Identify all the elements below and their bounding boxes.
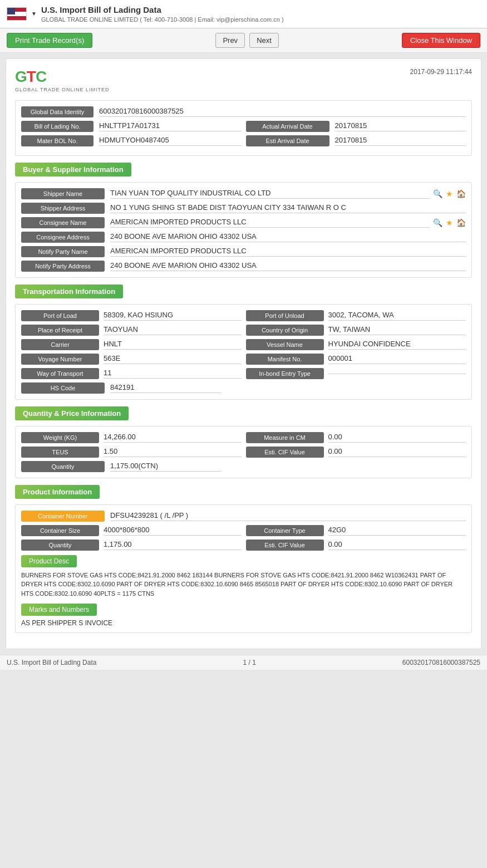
product-desc-section: Product Desc BURNERS FOR STOVE GAS HTS C… bbox=[21, 555, 466, 599]
quantity-price-section: Quantity & Price Information Weight (KG)… bbox=[15, 406, 472, 478]
footer-left: U.S. Import Bill of Lading Data bbox=[7, 659, 96, 666]
manifest-value: 000001 bbox=[328, 354, 466, 364]
esti-arrival-col: Esti Arrival Date 20170815 bbox=[246, 135, 466, 146]
voyage-col: Voyage Number 563E bbox=[21, 354, 242, 365]
buyer-supplier-title: Buyer & Supplier Information bbox=[15, 163, 131, 176]
measure-label: Measure in CM bbox=[246, 432, 324, 443]
product-desc-text: BURNERS FOR STOVE GAS HTS CODE:8421.91.2… bbox=[21, 571, 466, 599]
shipper-name-label: Shipper Name bbox=[21, 188, 105, 199]
shipper-search-icon[interactable]: 🔍 bbox=[433, 189, 442, 198]
consignee-star-icon[interactable]: ★ bbox=[446, 218, 453, 227]
container-number-value: DFSU4239281 ( /L /PP ) bbox=[110, 511, 466, 521]
container-type-label: Container Type bbox=[246, 525, 324, 536]
next-button[interactable]: Next bbox=[249, 33, 279, 48]
teus-value: 1.50 bbox=[104, 447, 242, 457]
print-button[interactable]: Print Trade Record(s) bbox=[7, 33, 92, 48]
esti-arrival-label: Esti Arrival Date bbox=[246, 135, 329, 146]
quantity-label: Quantity bbox=[21, 461, 105, 472]
shipper-address-label: Shipper Address bbox=[21, 203, 105, 214]
actual-arrival-value: 20170815 bbox=[335, 121, 466, 131]
prev-button[interactable]: Prev bbox=[215, 33, 245, 48]
bol-value: HNLTTP17A01731 bbox=[99, 121, 242, 131]
port-of-unload-col: Port of Unload 3002, TACOMA, WA bbox=[246, 310, 466, 321]
voyage-label: Voyage Number bbox=[21, 354, 99, 365]
container-number-label: Container Number bbox=[21, 511, 105, 522]
transportation-section: Transportation Information Port of Load … bbox=[15, 285, 472, 400]
notify-party-address-label: Notify Party Address bbox=[21, 261, 105, 272]
place-of-receipt-label: Place of Receipt bbox=[21, 325, 99, 336]
product-title: Product Information bbox=[15, 485, 100, 499]
buyer-supplier-card: Shipper Name TIAN YUAN TOP QUALITY INDUS… bbox=[15, 182, 472, 278]
esti-cif-label: Esti. CIF Value bbox=[246, 447, 324, 458]
page-footer: U.S. Import Bill of Lading Data 1 / 1 60… bbox=[0, 655, 487, 670]
buyer-supplier-section: Buyer & Supplier Information Shipper Nam… bbox=[15, 163, 472, 278]
weight-measure-row: Weight (KG) 14,266.00 Measure in CM 0.00 bbox=[21, 432, 466, 443]
close-button[interactable]: Close This Window bbox=[402, 33, 480, 48]
product-section: Product Information Container Number DFS… bbox=[15, 485, 472, 634]
notify-party-address-row: Notify Party Address 240 BOONE AVE MARIO… bbox=[21, 261, 466, 272]
container-size-type-row: Container Size 4000*806*800 Container Ty… bbox=[21, 525, 466, 536]
container-size-label: Container Size bbox=[21, 525, 99, 536]
product-esti-cif-value: 0.00 bbox=[328, 540, 466, 550]
consignee-search-icon[interactable]: 🔍 bbox=[433, 218, 442, 227]
way-of-transport-value: 11 bbox=[104, 369, 242, 379]
esti-arrival-value: 20170815 bbox=[335, 136, 466, 146]
quantity-value: 1,175.00(CTN) bbox=[110, 462, 222, 472]
voyage-manifest-row: Voyage Number 563E Manifest No. 000001 bbox=[21, 354, 466, 365]
master-bol-label: Mater BOL No. bbox=[21, 135, 94, 146]
country-of-origin-label: Country of Origin bbox=[246, 325, 324, 336]
marks-value: AS PER SHIPPER S INVOICE bbox=[21, 619, 466, 627]
teus-cif-row: TEUS 1.50 Esti. CIF Value 0.00 bbox=[21, 447, 466, 458]
main-content: GTC GLOBAL TRADE ONLINE LIMITED 2017-09-… bbox=[6, 58, 481, 650]
bol-arrival-row: Bill of Lading No. HNLTTP17A01731 Actual… bbox=[21, 121, 466, 132]
shipper-address-value: NO 1 YUNG SHING ST BADE DIST TAOYUAN CIT… bbox=[110, 203, 466, 213]
shipper-home-icon[interactable]: 🏠 bbox=[456, 189, 466, 198]
transport-inbond-row: Way of Transport 11 In-bond Entry Type bbox=[21, 368, 466, 379]
in-bond-entry-label: In-bond Entry Type bbox=[246, 368, 324, 379]
shipper-name-value-container: TIAN YUAN TOP QUALITY INDUSTRIAL CO LTD … bbox=[110, 189, 466, 199]
consignee-home-icon[interactable]: 🏠 bbox=[456, 218, 466, 227]
vessel-name-label: Vessel Name bbox=[246, 339, 324, 350]
port-of-load-label: Port of Load bbox=[21, 310, 99, 321]
flag-icon bbox=[7, 7, 27, 21]
shipper-name-value: TIAN YUAN TOP QUALITY INDUSTRIAL CO LTD bbox=[110, 189, 430, 199]
global-data-label: Global Data Identity bbox=[21, 106, 94, 117]
consignee-name-value: AMERICAN IMPORTED PRODUCTS LLC bbox=[110, 218, 430, 228]
top-bar: ▼ U.S. Import Bill of Lading Data GLOBAL… bbox=[0, 0, 487, 28]
port-of-unload-label: Port of Unload bbox=[246, 310, 324, 321]
product-esti-cif-label: Esti. CIF Value bbox=[246, 540, 324, 551]
teus-col: TEUS 1.50 bbox=[21, 447, 242, 458]
shipper-star-icon[interactable]: ★ bbox=[446, 189, 453, 198]
product-desc-label[interactable]: Product Desc bbox=[21, 555, 77, 567]
way-of-transport-label: Way of Transport bbox=[21, 368, 99, 379]
marks-section: Marks and Numbers AS PER SHIPPER S INVOI… bbox=[21, 604, 466, 627]
container-type-col: Container Type 42G0 bbox=[246, 525, 466, 536]
consignee-name-label: Consignee Name bbox=[21, 217, 105, 228]
shipper-address-row: Shipper Address NO 1 YUNG SHING ST BADE … bbox=[21, 203, 466, 214]
consignee-name-row: Consignee Name AMERICAN IMPORTED PRODUCT… bbox=[21, 217, 466, 228]
footer-right: 600320170816000387525 bbox=[402, 659, 480, 666]
in-bond-entry-value bbox=[328, 372, 466, 374]
top-bar-left: ▼ U.S. Import Bill of Lading Data GLOBAL… bbox=[7, 4, 284, 23]
voyage-value: 563E bbox=[104, 354, 242, 364]
quantity-row: Quantity 1,175.00(CTN) bbox=[21, 461, 466, 472]
identity-section: Global Data Identity 6003201708160003875… bbox=[15, 100, 472, 156]
document-date: 2017-09-29 11:17:44 bbox=[410, 68, 472, 76]
product-card: Container Number DFSU4239281 ( /L /PP ) … bbox=[15, 504, 472, 634]
weight-label: Weight (KG) bbox=[21, 432, 99, 443]
container-number-row: Container Number DFSU4239281 ( /L /PP ) bbox=[21, 511, 466, 522]
shipper-name-row: Shipper Name TIAN YUAN TOP QUALITY INDUS… bbox=[21, 188, 466, 199]
teus-label: TEUS bbox=[21, 447, 99, 458]
place-of-receipt-col: Place of Receipt TAOYUAN bbox=[21, 325, 242, 336]
way-of-transport-col: Way of Transport 11 bbox=[21, 368, 242, 379]
product-quantity-value: 1,175.00 bbox=[104, 540, 242, 550]
page-subtitle: GLOBAL TRADE ONLINE LIMITED ( Tel: 400-7… bbox=[41, 16, 284, 23]
logo-area: GTC GLOBAL TRADE ONLINE LIMITED bbox=[15, 68, 110, 92]
doc-header: GTC GLOBAL TRADE ONLINE LIMITED 2017-09-… bbox=[15, 68, 472, 92]
title-block: U.S. Import Bill of Lading Data GLOBAL T… bbox=[41, 4, 284, 23]
manifest-col: Manifest No. 000001 bbox=[246, 354, 466, 365]
dropdown-arrow[interactable]: ▼ bbox=[31, 11, 37, 17]
container-type-value: 42G0 bbox=[328, 526, 466, 536]
global-data-value: 600320170816000387525 bbox=[99, 107, 466, 117]
hs-code-label: HS Code bbox=[21, 382, 105, 394]
